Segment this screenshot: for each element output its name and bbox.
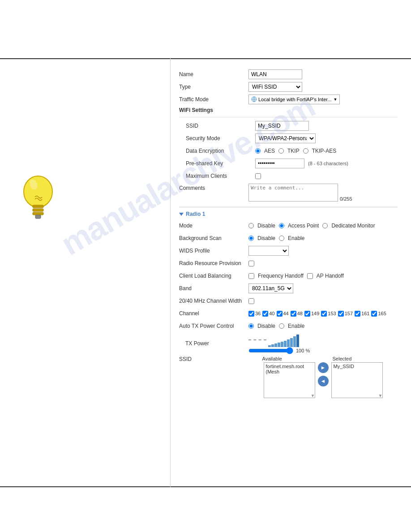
name-value-container: [248, 69, 398, 79]
ch40-label[interactable]: 40: [262, 311, 274, 317]
bg-scan-disable-label[interactable]: Disable: [257, 235, 275, 241]
tx-bar-9: [293, 336, 296, 347]
ssid-input[interactable]: [255, 121, 309, 131]
band-label: Band: [179, 285, 248, 292]
radio-resource-checkbox[interactable]: [248, 261, 254, 266]
auto-tx-enable-radio[interactable]: [279, 323, 284, 329]
bg-scan-disable-radio[interactable]: [248, 236, 254, 241]
ch157-checkbox[interactable]: [338, 311, 344, 317]
transfer-left-button[interactable]: ◄: [318, 376, 329, 386]
mode-label: Mode: [179, 223, 248, 229]
ch153-checkbox[interactable]: [321, 311, 327, 317]
comments-row: Comments 0/255: [179, 184, 398, 202]
ch153-label[interactable]: 153: [321, 311, 336, 317]
tx-power-slider-row: 100 %: [248, 348, 310, 353]
comments-textarea[interactable]: [248, 184, 338, 202]
ch36-label[interactable]: 36: [248, 311, 261, 317]
client-load-label: Client Load Balancing: [179, 273, 248, 279]
radio1-toggle-icon: [179, 213, 184, 216]
selected-scroll-indicator: ▼: [378, 393, 383, 398]
comments-char-count: 0/255: [340, 196, 352, 202]
radio1-header: Radio 1: [179, 211, 398, 217]
auto-tx-disable-radio[interactable]: [248, 323, 254, 329]
channel-width-row: 20/40 MHz Channel Width: [179, 296, 398, 306]
tx-bar-10: [296, 335, 299, 347]
type-select[interactable]: WiFi SSID: [248, 82, 302, 92]
enc-tkip-aes-radio[interactable]: [303, 148, 308, 154]
mode-disable-radio[interactable]: [248, 223, 254, 228]
ssid-header-row: Available Selected: [262, 356, 384, 361]
tx-bar-6: [284, 341, 287, 347]
ssid-value-container: [255, 121, 398, 131]
tx-power-bar: [248, 334, 300, 347]
channel-label: Channel: [179, 310, 248, 317]
band-value-container: 802.11an_5G: [248, 283, 398, 293]
ssid-row: SSID: [179, 121, 398, 131]
ssid-transfer-buttons: ► ◄: [318, 362, 329, 386]
traffic-mode-value-container: Local bridge with FortiAP's Inter... ▼: [248, 94, 398, 104]
ch149-checkbox[interactable]: [304, 311, 310, 317]
radio1-toggle-label[interactable]: Radio 1: [186, 211, 205, 217]
name-input[interactable]: [248, 69, 302, 79]
hr-wifi: [179, 117, 398, 117]
ch157-label[interactable]: 157: [338, 311, 353, 317]
wifi-settings-header: WiFi Settings: [179, 107, 398, 113]
globe-icon: [251, 96, 257, 103]
ch161-checkbox[interactable]: [355, 311, 360, 317]
enc-aes-radio[interactable]: [255, 148, 261, 154]
ssid-available-item[interactable]: fortinet.mesh.root (Mesh: [264, 363, 315, 375]
mode-ap-label[interactable]: Access Point: [288, 223, 319, 229]
background-scan-options: Disable Enable: [248, 235, 398, 241]
border-bottom: [0, 486, 411, 487]
ch44-label[interactable]: 44: [277, 311, 289, 317]
ch165-label[interactable]: 165: [371, 311, 386, 317]
security-mode-select[interactable]: WPA/WPA2-Personal: [255, 133, 316, 143]
ch36-checkbox[interactable]: [248, 311, 254, 317]
ssid-selected-list[interactable]: My_SSID: [331, 362, 383, 398]
freq-handoff-checkbox[interactable]: [248, 273, 254, 279]
transfer-right-button[interactable]: ►: [318, 362, 329, 373]
ch44-checkbox[interactable]: [277, 311, 283, 317]
auto-tx-disable-label[interactable]: Disable: [257, 323, 275, 329]
ch165-checkbox[interactable]: [371, 311, 377, 317]
ssid-available-container: fortinet.mesh.root (Mesh ▼: [264, 362, 315, 398]
band-select[interactable]: 802.11an_5G: [248, 283, 293, 293]
auto-tx-enable-label[interactable]: Enable: [288, 323, 304, 329]
client-load-row: Client Load Balancing Frequency Handoff …: [179, 271, 398, 281]
bg-scan-enable-label[interactable]: Enable: [288, 235, 304, 241]
available-scroll-indicator: ▼: [311, 393, 315, 398]
ch48-label[interactable]: 48: [291, 311, 303, 317]
ch161-label[interactable]: 161: [355, 311, 369, 317]
enc-tkip-label[interactable]: TKIP: [287, 148, 300, 154]
ap-handoff-checkbox[interactable]: [307, 273, 313, 279]
traffic-mode-text: Local bridge with FortiAP's Inter...: [258, 97, 332, 102]
enc-tkip-radio[interactable]: [278, 148, 284, 154]
svg-rect-5: [35, 215, 41, 219]
traffic-mode-button[interactable]: Local bridge with FortiAP's Inter... ▼: [248, 94, 340, 104]
ssid-label: SSID: [186, 123, 255, 129]
max-clients-checkbox[interactable]: [255, 173, 261, 179]
ssid-selected-item[interactable]: My_SSID: [332, 363, 382, 370]
ch149-label[interactable]: 149: [304, 311, 319, 317]
mode-disable-label[interactable]: Disable: [257, 223, 275, 229]
freq-handoff-label[interactable]: Frequency Handoff: [258, 273, 304, 279]
preshared-key-label: Pre-shared Key: [186, 160, 255, 167]
ap-handoff-label[interactable]: AP Handoff: [317, 273, 344, 279]
tx-power-percent: 100 %: [296, 348, 310, 353]
enc-tkip-aes-label[interactable]: TKIP-AES: [312, 148, 337, 154]
tx-power-row: TX Power: [179, 334, 398, 353]
auto-tx-options: Disable Enable: [248, 323, 398, 329]
ssid-available-list[interactable]: fortinet.mesh.root (Mesh: [264, 362, 315, 398]
preshared-key-input[interactable]: [255, 159, 304, 168]
tx-power-slider[interactable]: [248, 348, 293, 353]
enc-aes-label[interactable]: AES: [264, 148, 275, 154]
channel-width-checkbox[interactable]: [248, 298, 254, 304]
mode-ap-radio[interactable]: [279, 223, 284, 228]
bg-scan-enable-radio[interactable]: [279, 236, 284, 241]
mode-dedicated-monitor-radio[interactable]: [322, 223, 328, 228]
wids-profile-select[interactable]: [248, 246, 289, 256]
tx-power-value-container: 100 %: [248, 334, 398, 353]
ch40-checkbox[interactable]: [262, 311, 268, 317]
mode-dedicated-monitor-label[interactable]: Dedicated Monitor: [331, 223, 375, 229]
ch48-checkbox[interactable]: [291, 311, 296, 317]
